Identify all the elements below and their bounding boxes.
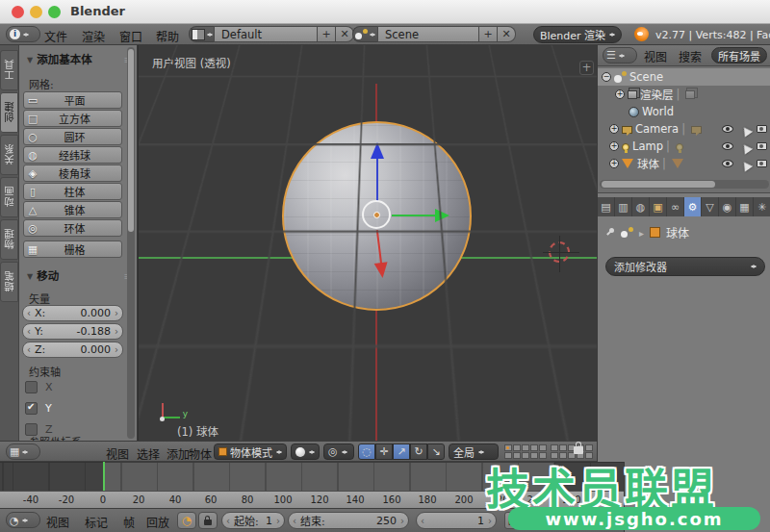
menu-file[interactable]: 文件 (44, 28, 67, 44)
layer-cell[interactable] (504, 452, 512, 459)
tab-create[interactable]: 创建 (0, 92, 18, 133)
expand-icon[interactable]: + (615, 89, 625, 99)
add-scene-button[interactable]: + (479, 26, 498, 42)
tab-animation[interactable]: 动画 (0, 177, 18, 217)
layer-cell[interactable] (539, 452, 547, 459)
expand-icon[interactable]: + (609, 159, 619, 168)
add-cone-button[interactable]: △锥体 (23, 201, 122, 218)
menu-add[interactable]: 添加 (167, 445, 190, 462)
manipulator-axis-button[interactable]: ✛ (375, 443, 393, 460)
render-engine-dropdown[interactable]: Blender 渲染 (533, 26, 622, 43)
current-frame-playhead[interactable] (103, 462, 105, 491)
tab-grease-pencil[interactable]: 蜡笔 (0, 262, 18, 302)
add-ico-sphere-button[interactable]: ◈棱角球 (23, 165, 122, 182)
zoom-window-button[interactable] (48, 6, 61, 18)
3d-viewport[interactable]: 用户视图 (透视) (1) 球体 + (138, 45, 597, 441)
layout-selector[interactable] (189, 26, 214, 42)
menu-select[interactable]: 选择 (137, 445, 160, 462)
layer-cell[interactable] (522, 452, 529, 459)
tab-object-data-icon[interactable] (702, 197, 719, 216)
layer-cell[interactable] (551, 444, 558, 451)
outliner-row-world[interactable]: World (598, 103, 770, 120)
viewport-shading-dropdown[interactable] (291, 443, 320, 460)
manipulator-toggle[interactable]: ◌ (358, 443, 375, 460)
collapse-icon[interactable]: − (602, 72, 611, 82)
outliner-row-renderlayers[interactable]: + 渲染层 | (598, 86, 770, 103)
menu-object[interactable]: 物体 (189, 445, 212, 462)
open-properties-region-button[interactable]: + (579, 61, 594, 75)
close-scene-button[interactable]: ✕ (498, 26, 516, 42)
tab-render-icon[interactable] (598, 197, 615, 216)
layer-cell[interactable] (551, 452, 558, 459)
tab-scene-icon[interactable] (632, 197, 650, 216)
layer-cell[interactable] (585, 452, 593, 459)
viewport-editor-selector[interactable]: ▦ (6, 443, 40, 460)
menu-view[interactable]: 视图 (106, 445, 129, 462)
timeline-menu-marker[interactable]: 标记 (85, 514, 108, 530)
timeline-menu-playback[interactable]: 回放 (146, 514, 169, 530)
timeline-menu-frame[interactable]: 帧 (123, 514, 135, 530)
visibility-eye-icon[interactable] (722, 142, 733, 150)
translate-x-field[interactable]: X: 0.000 (22, 305, 123, 321)
timeline-menu-view[interactable]: 视图 (46, 514, 69, 530)
tab-object-icon[interactable] (650, 197, 667, 216)
tab-modifiers-icon[interactable] (684, 197, 702, 216)
close-window-button[interactable] (12, 6, 24, 18)
mode-dropdown[interactable]: 物体模式 (214, 443, 287, 460)
current-frame-field[interactable]: 1 (416, 512, 497, 529)
timeline-editor-selector[interactable] (6, 512, 40, 528)
translate-y-field[interactable]: Y: -0.188 (22, 323, 123, 340)
layer-cell[interactable] (585, 444, 593, 451)
add-circle-button[interactable]: ○圆环 (23, 128, 122, 145)
outliner-hscrollbar-thumb[interactable] (602, 181, 715, 188)
add-primitive-panel-header[interactable]: 添加基本体 (27, 51, 131, 66)
pin-icon[interactable] (605, 228, 615, 238)
outliner-row-sphere[interactable]: + 球体 | (598, 155, 770, 172)
y-axis-manipulator[interactable] (392, 215, 436, 216)
tab-physics[interactable]: 物理 (0, 219, 18, 260)
tab-render-layers-icon[interactable] (615, 197, 632, 216)
outliner-menu-search[interactable]: 搜索 (679, 48, 702, 64)
add-layout-button[interactable]: + (318, 26, 336, 42)
menu-help[interactable]: 帮助 (156, 28, 179, 44)
3d-cursor[interactable] (549, 241, 570, 263)
translate-panel-header[interactable]: 移动 (27, 267, 131, 283)
layer-cell[interactable] (530, 452, 538, 459)
add-grid-button[interactable]: ▦栅格 (23, 241, 122, 258)
transform-orientation-dropdown[interactable]: 全局 (449, 443, 499, 460)
add-plane-button[interactable]: ▭平面 (23, 91, 122, 109)
visibility-eye-icon[interactable] (722, 160, 733, 167)
constraint-y-checkbox[interactable] (25, 402, 38, 415)
tab-constraints-icon[interactable] (667, 197, 684, 216)
layer-group-2[interactable] (551, 444, 593, 459)
renderability-camera-icon[interactable] (757, 125, 767, 133)
end-frame-field[interactable]: 结束: 250 (288, 512, 409, 529)
editor-type-selector[interactable]: i (6, 26, 40, 42)
expand-icon[interactable]: + (609, 124, 619, 134)
selectability-cursor-icon[interactable] (737, 120, 753, 137)
toolshelf-scrollbar-thumb[interactable] (128, 49, 134, 232)
add-cube-button[interactable]: □立方体 (23, 110, 122, 127)
pivot-point-dropdown[interactable]: ◎ (323, 443, 354, 460)
tab-tools[interactable]: 工具 (0, 50, 18, 90)
menu-window[interactable]: 窗口 (119, 28, 142, 44)
scene-lock-toggle[interactable] (574, 442, 583, 454)
outliner-row-scene[interactable]: − Scene (598, 68, 770, 86)
tab-material-icon[interactable] (719, 197, 736, 216)
outliner-menu-view[interactable]: 视图 (644, 48, 667, 64)
add-uv-sphere-button[interactable]: ◍经纬球 (23, 146, 122, 164)
visibility-eye-icon[interactable] (722, 125, 733, 133)
tab-particles-icon[interactable] (754, 197, 770, 216)
scene-name-field[interactable]: Scene (377, 26, 479, 42)
selectability-cursor-icon[interactable] (737, 155, 753, 171)
translate-z-field[interactable]: Z: 0.000 (22, 342, 123, 358)
renderability-camera-icon[interactable] (757, 160, 767, 167)
lock-time-toggle[interactable] (198, 512, 218, 529)
layer-cell[interactable] (513, 452, 521, 459)
layer-cell[interactable] (522, 444, 529, 451)
layer-cell[interactable] (530, 444, 538, 451)
use-preview-range-toggle[interactable] (177, 512, 196, 529)
layer-cell[interactable] (513, 444, 521, 451)
layer-cell-active[interactable] (504, 444, 512, 451)
add-torus-button[interactable]: ◎环体 (23, 219, 122, 237)
